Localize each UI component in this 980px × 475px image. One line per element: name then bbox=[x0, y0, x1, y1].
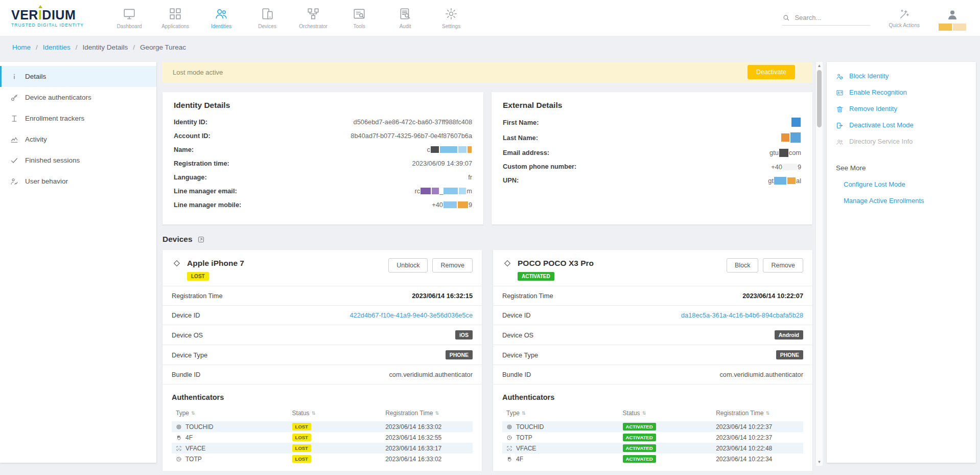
device-os-badge: Android bbox=[775, 330, 803, 340]
redacted-line-manager-mobile: +409 bbox=[432, 200, 472, 209]
nav-label: Dashboard bbox=[117, 24, 142, 29]
authenticator-status-badge: ACTIVATED bbox=[623, 444, 656, 452]
sidebar-item-label: Activity bbox=[25, 135, 47, 143]
redacted-first-name bbox=[791, 118, 801, 127]
device-field-device-os: Device OS iOS bbox=[162, 325, 482, 345]
sort-icon[interactable]: ⇅ bbox=[435, 411, 439, 416]
settings-icon bbox=[445, 7, 458, 20]
device-os-badge: iOS bbox=[455, 330, 473, 340]
field-first-name: First Name: bbox=[503, 118, 801, 127]
identities-icon bbox=[215, 7, 228, 20]
sort-icon[interactable]: ⇅ bbox=[642, 411, 646, 416]
external-details-card: External Details First Name: Last Name: … bbox=[492, 92, 812, 224]
field-last-name: Last Name: bbox=[503, 132, 801, 143]
redacted-email-address: gtucom bbox=[769, 148, 801, 157]
authenticator-row-vface: VFACE LOST 2023/06/14 16:33:17 bbox=[172, 443, 473, 454]
expand-icon[interactable] bbox=[197, 236, 205, 243]
search-input[interactable] bbox=[795, 14, 870, 21]
main-panel: Lost mode active Deactivate Identity Det… bbox=[156, 62, 815, 471]
nav-label: Tools bbox=[353, 24, 365, 29]
field-account-id: Account ID: 8b40ad7f-b077-4325-96b7-0e4f… bbox=[174, 131, 472, 140]
authenticators-total: 4 total bbox=[493, 464, 812, 471]
devices-title: Devices bbox=[162, 235, 193, 244]
sort-icon[interactable]: ⇅ bbox=[522, 411, 526, 416]
manage-active-enrollments-link[interactable]: Manage Active Enrollments bbox=[844, 197, 967, 205]
logo-tagline: TRUSTED DIGITAL IDENTITY bbox=[11, 23, 84, 28]
trash-icon bbox=[836, 105, 844, 113]
content-area: Details Device authenticators Enrollment… bbox=[0, 58, 980, 475]
main-scrollbar[interactable]: ▲ ▼ bbox=[815, 62, 823, 466]
veridium-logo: VERIDIUM TRUSTED DIGITAL IDENTITY bbox=[11, 9, 84, 28]
device-field-device-id: Device ID da18ec5a-361a-4c16-b4b6-894cba… bbox=[493, 306, 812, 325]
remove-device-button[interactable]: Remove bbox=[432, 258, 473, 273]
deactivate-lost-mode-link[interactable]: Deactivate Lost Mode bbox=[836, 121, 967, 129]
authenticators-title: Authenticators bbox=[493, 384, 812, 407]
device-id-link[interactable]: da18ec5a-361a-4c16-b4b6-894cbafa5b28 bbox=[681, 311, 803, 319]
quick-actions-button[interactable]: Quick Actions bbox=[889, 9, 920, 28]
search-box[interactable] bbox=[782, 14, 870, 26]
logo-accent-i: I bbox=[38, 8, 42, 22]
sort-icon[interactable]: ⇅ bbox=[312, 411, 316, 416]
nav-item-devices[interactable]: Devices bbox=[244, 0, 290, 36]
devices-cards-row: Apple iPhone 7 LOST Unblock Remove Regis… bbox=[162, 250, 812, 471]
sidebar-item-device-authenticators[interactable]: Device authenticators bbox=[0, 87, 156, 108]
remove-identity-link[interactable]: Remove Identity bbox=[836, 105, 967, 113]
authenticators-title: Authenticators bbox=[162, 384, 482, 407]
configure-lost-mode-link[interactable]: Configure Lost Mode bbox=[844, 180, 967, 188]
sidebar-item-enrollment-trackers[interactable]: Enrollment trackers bbox=[0, 108, 156, 129]
nav-item-dashboard[interactable]: Dashboard bbox=[106, 0, 152, 36]
field-identity-id: Identity ID: d506ebd7-ae86-472c-ba60-37f… bbox=[174, 118, 472, 126]
block-user-icon bbox=[836, 73, 844, 80]
authenticator-row-vface: VFACE ACTIVATED 2023/06/14 10:22:48 bbox=[502, 443, 803, 454]
authenticators-table-header: Type⇅ Status⇅ Registration Time⇅ bbox=[502, 407, 803, 421]
top-navbar: VERIDIUM TRUSTED DIGITAL IDENTITY Dashbo… bbox=[0, 0, 980, 36]
breadcrumb-home[interactable]: Home bbox=[12, 43, 31, 51]
device-type-badge: PHONE bbox=[776, 350, 803, 359]
nav-item-identities[interactable]: Identities bbox=[198, 0, 244, 36]
sidebar-item-user-behavior[interactable]: User behavior bbox=[0, 171, 156, 192]
authenticator-status-badge: LOST bbox=[292, 444, 311, 452]
nav-item-orchestrator[interactable]: Orchestrator bbox=[290, 0, 336, 36]
device-status-badge: ACTIVATED bbox=[518, 272, 554, 281]
lost-mode-banner-text: Lost mode active bbox=[173, 69, 223, 76]
nav-item-audit[interactable]: Audit bbox=[382, 0, 428, 36]
scrollbar-thumb[interactable] bbox=[817, 70, 822, 127]
authenticator-status-badge: ACTIVATED bbox=[623, 455, 656, 463]
enable-recognition-link[interactable]: Enable Recognition bbox=[836, 88, 967, 97]
nav-label: Applications bbox=[161, 24, 189, 29]
sidebar-item-details[interactable]: Details bbox=[0, 66, 156, 87]
sort-icon[interactable]: ⇅ bbox=[766, 411, 770, 416]
sidebar-item-label: Finished sessions bbox=[25, 156, 80, 164]
four-fingers-icon bbox=[506, 456, 512, 462]
device-name: Apple iPhone 7 bbox=[187, 259, 244, 268]
sidebar-item-finished-sessions[interactable]: Finished sessions bbox=[0, 150, 156, 171]
nav-item-settings[interactable]: Settings bbox=[428, 0, 474, 36]
device-card-header: POCO POCO X3 Pro ACTIVATED Block Remove bbox=[493, 250, 812, 286]
device-status-badge: LOST bbox=[187, 272, 209, 281]
user-avatar-icon bbox=[946, 9, 959, 21]
device-card-apple-iphone-7: Apple iPhone 7 LOST Unblock Remove Regis… bbox=[162, 250, 482, 471]
info-icon bbox=[10, 73, 18, 81]
scroll-down-arrow-icon[interactable]: ▼ bbox=[816, 460, 823, 464]
sidebar-item-activity[interactable]: Activity bbox=[0, 129, 156, 150]
device-id-link[interactable]: 422d4b67-f10e-41a9-9e40-3e56d036e5ce bbox=[349, 311, 473, 319]
redacted-custom-phone: +409 bbox=[771, 163, 801, 171]
unblock-device-button[interactable]: Unblock bbox=[388, 258, 428, 273]
user-menu[interactable] bbox=[938, 9, 967, 32]
sort-icon[interactable]: ⇅ bbox=[191, 411, 195, 416]
block-device-button[interactable]: Block bbox=[727, 258, 759, 273]
field-line-manager-email: Line manager email: rc_m bbox=[174, 187, 472, 195]
remove-device-button[interactable]: Remove bbox=[763, 258, 803, 273]
field-email-address: Email address: gtucom bbox=[503, 148, 801, 157]
logo-text-pre: VER bbox=[11, 8, 38, 22]
nav-item-tools[interactable]: Tools bbox=[336, 0, 382, 36]
block-identity-link[interactable]: Block Identity bbox=[836, 72, 967, 80]
scroll-up-arrow-icon[interactable]: ▲ bbox=[816, 63, 823, 68]
fingerprint-icon bbox=[506, 424, 512, 430]
identity-details-card: Identity Details Identity ID: d506ebd7-a… bbox=[162, 92, 483, 224]
logo-text-post: DIUM bbox=[42, 8, 76, 22]
breadcrumb-separator: / bbox=[133, 43, 135, 51]
nav-item-applications[interactable]: Applications bbox=[152, 0, 198, 36]
deactivate-lost-mode-button[interactable]: Deactivate bbox=[748, 65, 795, 79]
breadcrumb-identities[interactable]: Identities bbox=[43, 43, 71, 51]
